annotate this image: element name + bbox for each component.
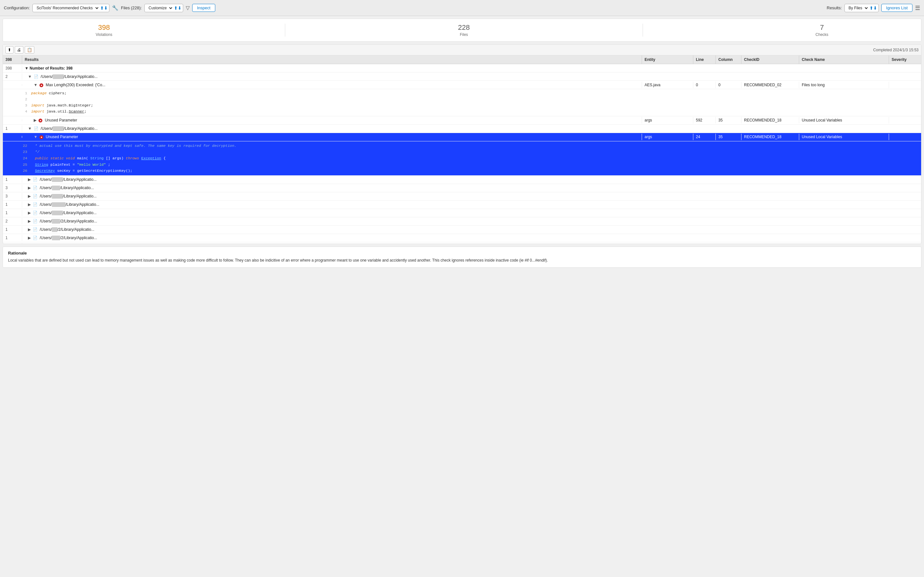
column-cell: 0 xyxy=(716,82,741,88)
tree-toggle-icon[interactable]: ▼ xyxy=(28,74,32,79)
entity-cell: AES.java xyxy=(642,82,693,88)
config-label: Configuration: xyxy=(4,5,30,10)
file-row: ▶ 📄 /Users/████/Library/Applicatio... xyxy=(22,176,921,183)
files-select[interactable]: Customize xyxy=(146,5,173,11)
file-icon: 📄 xyxy=(33,194,37,198)
col-entity: Entity xyxy=(642,55,693,64)
file-icon: 📄 xyxy=(34,74,39,79)
severity-cell xyxy=(889,84,921,86)
col-checkid: CheckID xyxy=(741,55,799,64)
checkid-cell: RECOMMENDED_02 xyxy=(741,82,799,88)
tree-toggle-icon[interactable]: ▶ xyxy=(28,202,31,207)
table-row[interactable]: 1 ▶ 📄 /Users/█████/Library/Applicatio... xyxy=(3,201,921,209)
table-row[interactable]: 1 ▶ 📄 /Users/███/2/Library/Applicatio... xyxy=(3,234,921,242)
config-select-arrow-icon: ⬆⬇ xyxy=(100,5,108,11)
column-cell: 35 xyxy=(716,134,741,140)
files-label: Files (228): xyxy=(121,5,142,10)
line-cell: 24 xyxy=(693,134,716,140)
table-row[interactable]: 1 ▶ 📄 /Users/████/Library/Applicatio... xyxy=(3,176,921,184)
table-row: 22 * actual use this must by encrypted a… xyxy=(3,141,921,176)
row-count: 1 xyxy=(3,226,22,233)
config-select-wrapper[interactable]: SciTools' Recommended Checks ⬆⬇ xyxy=(32,4,110,12)
table-row[interactable]: 398 ▼ Number of Results: 398 xyxy=(3,64,921,73)
table-row[interactable]: 2 ▶ 📄 /Users/███/2/Library/Applicatio... xyxy=(3,218,921,226)
action-toolbar: ⬆ 🖨 📋 Completed 2024/1/3 15:53 xyxy=(3,45,921,55)
code-line: 22 * actual use this must by encrypted a… xyxy=(20,143,904,149)
row-count: 1 xyxy=(3,243,22,243)
violation-label: ▼ ● Max Length(200) Exceeded: {'Co... xyxy=(22,82,642,88)
hamburger-menu-icon[interactable]: ☰ xyxy=(915,5,920,11)
row-count: 2 xyxy=(3,73,22,80)
table-row[interactable]: 1 ▶ 📄 /Users/████/Library/Applicatio... xyxy=(3,209,921,218)
checkname-cell: Unused Local Variables xyxy=(799,117,889,123)
tree-toggle-icon[interactable]: ▶ xyxy=(28,211,31,215)
tree-toggle-icon[interactable]: ▶ xyxy=(28,219,31,223)
table-row[interactable]: 1 ▼ 📄 /Users/████/Library/Applicatio... xyxy=(3,125,921,133)
violation-label: ▶ ● Unused Parameter xyxy=(22,117,642,123)
table-row[interactable]: 3 ▶ 📄 /Users/████/Library/Applicatio... xyxy=(3,192,921,201)
table-row[interactable]: 1 ▶ 📄 /Users/██/2/Library/Applicatio... xyxy=(3,226,921,234)
checks-summary: 7 Checks xyxy=(816,23,829,37)
code-line: 24 public static void main( String [] ar… xyxy=(20,155,904,161)
table-row[interactable]: ▼ ● Unused Parameter args 24 35 RECOMMEN… xyxy=(3,133,921,141)
code-line: 23 */ xyxy=(20,149,904,155)
print-button[interactable]: 🖨 xyxy=(15,46,23,53)
rationale-text: Local variables that are defined but not… xyxy=(8,258,916,263)
file-icon: 📄 xyxy=(33,185,37,190)
row-count xyxy=(3,84,22,86)
file-icon: 📄 xyxy=(34,126,39,131)
checkid-cell: RECOMMENDED_18 xyxy=(741,134,799,140)
inspect-button[interactable]: Inspect xyxy=(192,4,215,12)
code-line: 26 SecretKey secKey = getSecretEncryptio… xyxy=(20,168,904,174)
row-count: 1 xyxy=(3,176,22,183)
main-toolbar: Configuration: SciTools' Recommended Che… xyxy=(0,0,924,16)
checkname-cell: Files too long xyxy=(799,82,889,88)
file-row: ▶ 📄 /Users/████/Library/Applicatio... xyxy=(22,193,921,199)
checks-count: 7 xyxy=(816,23,829,32)
file-icon: 📄 xyxy=(33,202,37,207)
files-summary: 228 Files xyxy=(458,23,470,37)
tree-toggle-icon[interactable]: ▶ xyxy=(28,194,31,198)
tree-toggle-icon[interactable]: ▶ xyxy=(28,235,31,240)
tree-toggle-icon[interactable]: ▶ xyxy=(34,118,37,122)
file-row: ▶ 📄 /Users/███/2/Library/Applicatio... xyxy=(22,218,921,224)
summary-divider-2 xyxy=(643,24,643,37)
files-select-wrapper[interactable]: Customize ⬆⬇ xyxy=(144,4,183,12)
tree-toggle-icon[interactable]: ▶ xyxy=(28,177,31,182)
checkid-cell: RECOMMENDED_18 xyxy=(741,117,799,123)
table-row[interactable]: ▶ ● Unused Parameter args 592 35 RECOMME… xyxy=(3,116,921,125)
results-body[interactable]: 398 ▼ Number of Results: 398 2 ▼ 📄 /User… xyxy=(3,64,921,243)
code-line: 3 import java.math.BigInteger; xyxy=(20,103,904,109)
col-line: Line xyxy=(693,55,716,64)
tree-toggle-icon[interactable]: ▼ xyxy=(34,83,37,87)
tree-toggle-icon[interactable]: ▼ xyxy=(28,126,32,131)
tree-toggle-icon[interactable]: ▼ xyxy=(34,135,37,139)
tree-toggle-icon[interactable]: ▶ xyxy=(28,227,31,232)
copy-button[interactable]: 📋 xyxy=(25,46,34,53)
table-row[interactable]: 1 ▶ 📄 /Users/████/2/Library/Applicatio..… xyxy=(3,242,921,243)
code-line: 1 package ciphers; xyxy=(20,90,904,97)
table-row[interactable]: 3 ▶ 📄 /Users/███/Library/Applicatio... xyxy=(3,184,921,192)
file-icon: 📄 xyxy=(33,227,37,232)
filter-icon[interactable]: ▽ xyxy=(186,5,190,11)
file-row: ▼ 📄 /Users/████/Library/Applicatio... xyxy=(22,125,921,132)
entity-cell: args xyxy=(642,117,693,123)
code-line: 4 import java.util.Scanner; xyxy=(20,109,904,115)
entity-cell: args xyxy=(642,134,693,140)
violation-label: ▼ ● Unused Parameter xyxy=(22,134,642,140)
table-row[interactable]: 2 ▼ 📄 /Users/████/Library/Applicatio... xyxy=(3,73,921,81)
completed-timestamp: Completed 2024/1/3 15:53 xyxy=(873,48,919,52)
config-select[interactable]: SciTools' Recommended Checks xyxy=(34,5,99,11)
export-icon-button[interactable]: ⬆ xyxy=(5,46,13,53)
ignores-list-button[interactable]: Ignores List xyxy=(881,4,913,12)
results-select[interactable]: By Files xyxy=(846,5,869,11)
table-row[interactable]: ▼ ● Max Length(200) Exceeded: {'Co... AE… xyxy=(3,81,921,89)
col-severity: Severity xyxy=(889,55,921,64)
row-count: 3 xyxy=(3,185,22,191)
results-select-wrapper[interactable]: By Files ⬆⬇ xyxy=(845,4,879,12)
line-cell: 0 xyxy=(693,82,716,88)
wrench-icon: 🔧 xyxy=(112,5,118,11)
tree-toggle-icon[interactable]: ▶ xyxy=(28,185,31,190)
table-header: 398 Results Entity Line Column CheckID C… xyxy=(3,55,921,64)
row-count xyxy=(3,119,22,121)
